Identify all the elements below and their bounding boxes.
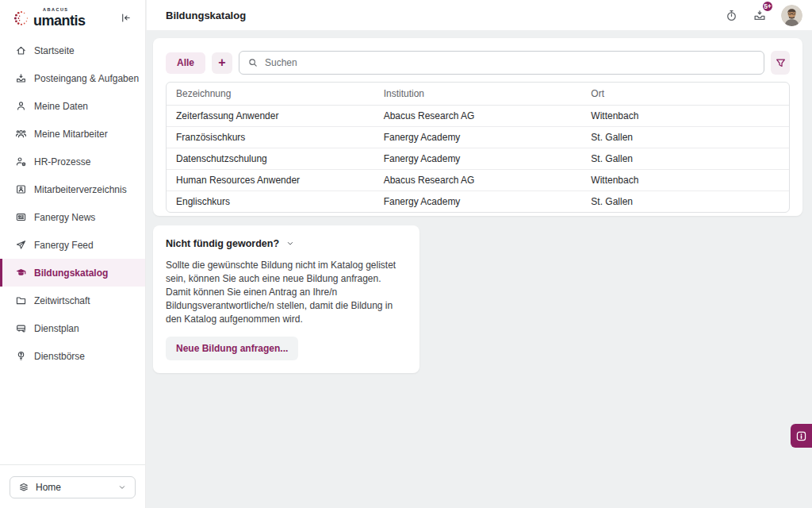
catalog-table: Bezeichnung Institution Ort Zeiterfassun…: [166, 82, 790, 213]
catalog-toolbar: Alle +: [153, 38, 802, 82]
sidebar-item-label: HR-Prozesse: [34, 156, 90, 167]
card-body-text: Sollte die gewünschte Bildung nicht im K…: [166, 259, 407, 326]
column-header[interactable]: Institution: [374, 83, 582, 106]
sidebar: ABACUS umantis Startseite Posteingang & …: [0, 0, 146, 508]
folder-icon: [15, 294, 27, 306]
table-row[interactable]: Datenschutzschulung Fanergy Academy St. …: [167, 148, 789, 170]
sidebar-item-posteingang[interactable]: Posteingang & Aufgaben: [0, 64, 145, 92]
cell-ort[interactable]: Wittenbach: [581, 106, 789, 127]
sidebar-item-label: Startseite: [34, 45, 75, 56]
sidebar-item-label: Meine Daten: [34, 101, 88, 112]
inbox-tray-icon[interactable]: 5+: [750, 6, 769, 25]
sidebar-nav: Startseite Posteingang & Aufgaben Meine …: [0, 37, 145, 464]
users-icon: [15, 128, 27, 140]
stopwatch-icon[interactable]: [722, 6, 741, 25]
layers-icon: [18, 482, 29, 493]
table-row[interactable]: Französischkurs Fanergy Academy St. Gall…: [167, 127, 789, 148]
table-row[interactable]: Human Resources Anwender Abacus Research…: [167, 170, 789, 191]
column-header[interactable]: Bezeichnung: [167, 83, 374, 106]
filter-button[interactable]: [771, 51, 790, 75]
sidebar-item-label: Mitarbeiterverzeichnis: [34, 184, 127, 195]
sidebar-item-meine-daten[interactable]: Meine Daten: [0, 92, 145, 120]
home-icon: [15, 44, 27, 56]
not-found-card: Nicht fündig geworden? Sollte die gewüns…: [153, 225, 419, 373]
cell-institution[interactable]: Fanergy Academy: [374, 127, 582, 148]
user-gear-icon: [15, 156, 27, 167]
sidebar-item-label: Dienstplan: [34, 323, 79, 334]
sidebar-item-label: Zeitwirtschaft: [34, 295, 90, 306]
brand-sub-label: ABACUS: [43, 8, 86, 13]
cell-ort[interactable]: St. Gallen: [581, 148, 789, 170]
sidebar-item-fanergy-feed[interactable]: Fanergy Feed: [0, 231, 145, 259]
cell-institution[interactable]: Fanergy Academy: [374, 148, 582, 170]
sidebar-item-label: Meine Mitarbeiter: [34, 129, 108, 140]
user-photo-avatar[interactable]: [781, 5, 802, 26]
sidebar-item-label: Bildungskatalog: [34, 267, 108, 279]
bus-icon: [15, 322, 27, 334]
sidebar-item-meine-mitarbeiter[interactable]: Meine Mitarbeiter: [0, 120, 145, 148]
abacus-swirl-icon: [13, 10, 30, 27]
sidebar-item-label: Fanergy News: [34, 212, 95, 223]
chevron-down-icon: [117, 483, 127, 492]
collapse-left-icon[interactable]: [117, 10, 134, 27]
cell-institution[interactable]: Abacus Research AG: [374, 170, 582, 191]
sidebar-item-mitarbeiterverzeichnis[interactable]: Mitarbeiterverzeichnis: [0, 175, 145, 203]
search-input[interactable]: [265, 57, 756, 68]
sidebar-item-hr-prozesse[interactable]: HR-Prozesse: [0, 148, 145, 175]
inbox-badge: 5+: [761, 0, 774, 13]
search-field[interactable]: [239, 51, 764, 75]
not-found-card-header[interactable]: Nicht fündig geworden?: [166, 238, 407, 249]
cell-ort[interactable]: St. Gallen: [581, 127, 789, 148]
card-title: Nicht fündig geworden?: [166, 238, 279, 249]
add-button[interactable]: +: [212, 52, 232, 74]
sidebar-item-startseite[interactable]: Startseite: [0, 37, 145, 64]
sidebar-item-zeitwirtschaft[interactable]: Zeitwirtschaft: [0, 287, 145, 314]
brand-name: umantis: [33, 13, 86, 28]
filter-all-button[interactable]: Alle: [166, 52, 205, 74]
user-icon: [15, 100, 27, 112]
sidebar-item-bildungskatalog[interactable]: Bildungskatalog: [0, 259, 145, 287]
search-icon: [247, 57, 259, 68]
page-title: Bildungskatalog: [166, 10, 246, 21]
chevron-down-icon: [285, 239, 295, 248]
sidebar-item-dienstboerse[interactable]: Dienstbörse: [0, 342, 145, 370]
info-panel-button[interactable]: [791, 424, 812, 448]
bulb-question-icon: [15, 350, 27, 362]
topbar: Bildungskatalog 5+: [147, 0, 812, 30]
catalog-panel: Alle + Bezeichnung Institution Ort: [153, 38, 802, 216]
table-header-row: Bezeichnung Institution Ort: [167, 83, 789, 106]
sidebar-item-label: Dienstbörse: [34, 351, 85, 362]
sidebar-item-fanergy-news[interactable]: Fanergy News: [0, 203, 145, 231]
cell-bezeichnung[interactable]: Englischkurs: [167, 191, 374, 213]
table-row[interactable]: Englischkurs Fanergy Academy St. Gallen: [167, 191, 789, 213]
news-icon: [15, 211, 27, 223]
brand-logo: ABACUS umantis: [0, 0, 145, 32]
cell-ort[interactable]: St. Gallen: [581, 191, 789, 213]
workspace-label: Home: [36, 482, 61, 493]
cell-bezeichnung[interactable]: Human Resources Anwender: [167, 170, 374, 191]
sidebar-item-label: Posteingang & Aufgaben: [34, 73, 139, 84]
cell-bezeichnung[interactable]: Zeiterfassung Anwender: [167, 106, 374, 127]
sidebar-footer: Home: [0, 464, 145, 508]
paper-plane-icon: [15, 239, 27, 251]
inbox-icon: [15, 72, 27, 84]
graduation-cap-icon: [15, 267, 27, 279]
main-area: Bildungskatalog 5+: [147, 0, 812, 508]
cell-bezeichnung[interactable]: Datenschutzschulung: [167, 148, 374, 170]
workspace-switcher[interactable]: Home: [10, 476, 136, 498]
sidebar-item-label: Fanergy Feed: [34, 240, 94, 251]
cell-ort[interactable]: Wittenbach: [581, 170, 789, 191]
table-row[interactable]: Zeiterfassung Anwender Abacus Research A…: [167, 106, 789, 127]
column-header[interactable]: Ort: [581, 83, 789, 106]
cell-institution[interactable]: Abacus Research AG: [374, 106, 582, 127]
request-new-education-button[interactable]: Neue Bildung anfragen...: [166, 337, 298, 360]
id-card-icon: [15, 183, 27, 195]
cell-institution[interactable]: Fanergy Academy: [374, 191, 582, 213]
info-square-icon: [795, 430, 807, 442]
cell-bezeichnung[interactable]: Französischkurs: [167, 127, 374, 148]
sidebar-item-dienstplan[interactable]: Dienstplan: [0, 314, 145, 342]
funnel-icon: [775, 57, 787, 69]
